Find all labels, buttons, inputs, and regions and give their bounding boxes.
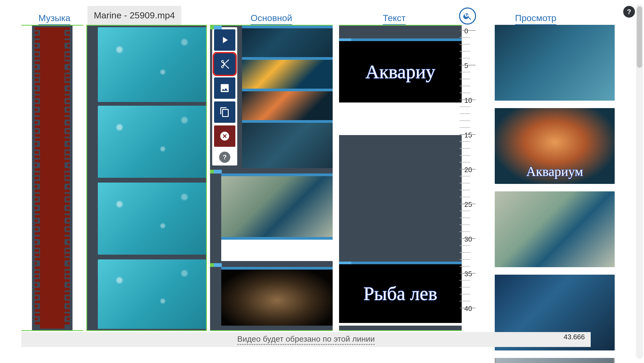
tab-text[interactable]: Текст: [383, 13, 406, 25]
tab-preview[interactable]: Просмотр: [515, 13, 556, 25]
ruler-label: 40: [464, 305, 472, 313]
trim-indicator[interactable]: Видео будет обрезано по этой линии: [21, 332, 591, 347]
image-icon: [219, 83, 230, 93]
ruler-label: 5: [464, 62, 468, 70]
timeline-clip[interactable]: [221, 267, 333, 326]
help-button[interactable]: ?: [623, 6, 635, 18]
tab-music[interactable]: Музыка: [38, 13, 70, 25]
audio-waveform[interactable]: [40, 27, 65, 329]
text-clip-content: Рыба лев: [364, 283, 437, 305]
scrollbar-thumb[interactable]: [637, 6, 642, 68]
vertical-scrollbar[interactable]: [636, 4, 643, 359]
ruler-label: 30: [464, 235, 472, 243]
source-clip[interactable]: [98, 183, 206, 255]
copy-button[interactable]: [214, 101, 235, 123]
end-time-label: 43.666: [564, 333, 585, 341]
track-source-video[interactable]: [86, 25, 207, 331]
ruler-label: 20: [464, 166, 472, 174]
ruler-label: 15: [464, 131, 472, 139]
timeline-clip[interactable]: [221, 237, 333, 261]
timeline-clip[interactable]: [242, 57, 333, 89]
play-icon: [219, 35, 230, 45]
file-chip[interactable]: Marine - 25909.mp4: [87, 6, 181, 25]
close-circle-icon: [219, 131, 230, 141]
text-clip[interactable]: Рыба лев: [339, 262, 462, 326]
preview-thumb[interactable]: [495, 358, 615, 363]
timeline-clip[interactable]: [221, 173, 333, 237]
track-main[interactable]: ?: [210, 25, 333, 331]
cut-button[interactable]: [214, 53, 235, 75]
ruler-label: 25: [464, 200, 472, 209]
text-clip[interactable]: Аквариу: [339, 38, 462, 135]
header: Музыка Marine - 25909.mp4 Основной Текст…: [0, 0, 644, 25]
preview-thumb[interactable]: [495, 191, 615, 267]
timeline-clip[interactable]: [242, 26, 333, 57]
preview-column: [495, 25, 615, 363]
source-clip[interactable]: [98, 27, 206, 102]
text-clip-content: Аквариу: [365, 61, 436, 83]
tool-help-button[interactable]: ?: [219, 152, 230, 163]
preview-thumb[interactable]: [495, 25, 615, 101]
preview-thumb[interactable]: [495, 108, 615, 184]
tab-main[interactable]: Основной: [251, 13, 292, 25]
ruler-label: 10: [464, 96, 472, 105]
source-clip[interactable]: [98, 106, 206, 178]
play-button[interactable]: [214, 29, 235, 51]
ruler-label: 0: [464, 27, 468, 35]
ruler-label: 35: [464, 270, 472, 278]
timeline-clip[interactable]: [242, 120, 333, 168]
time-ruler: 0 5 10 15 20 25 30 35 40: [460, 25, 481, 331]
tool-palette: ?: [212, 27, 237, 165]
delete-button[interactable]: [214, 125, 235, 147]
scissors-icon: [219, 59, 230, 69]
timeline-clip[interactable]: [242, 89, 333, 120]
zoom-in-icon: [463, 11, 472, 21]
track-music[interactable]: [21, 25, 83, 331]
copy-icon: [219, 107, 230, 117]
image-button[interactable]: [214, 77, 235, 99]
source-clip[interactable]: [98, 259, 206, 329]
track-text[interactable]: Аквариу Рыба лев: [339, 25, 462, 331]
trim-label: Видео будет обрезано по этой линии: [237, 334, 375, 345]
zoom-in-button[interactable]: [459, 7, 476, 25]
